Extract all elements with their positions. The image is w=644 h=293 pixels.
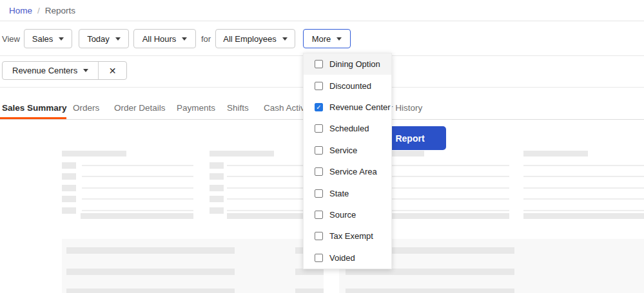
employees-filter-label: All Employees bbox=[223, 34, 276, 44]
checkbox-icon[interactable] bbox=[315, 211, 323, 219]
chevron-down-icon bbox=[59, 37, 64, 41]
menu-item-label: Source bbox=[329, 210, 356, 220]
for-label: for bbox=[201, 22, 211, 56]
checkbox-icon[interactable] bbox=[315, 124, 323, 133]
more-filters-label: More bbox=[312, 34, 331, 44]
tab-shifts[interactable]: Shifts bbox=[227, 97, 249, 119]
skeleton-table-bar bbox=[346, 288, 514, 293]
revenue-centers-dropdown[interactable]: Revenue Centers bbox=[3, 62, 98, 79]
skeleton-label-box bbox=[62, 162, 76, 169]
skeleton-table-bar bbox=[66, 288, 235, 293]
checkbox-icon[interactable] bbox=[315, 60, 323, 68]
skeleton-row-line bbox=[523, 176, 644, 177]
skeleton-header-bar bbox=[62, 151, 126, 156]
chevron-down-icon bbox=[282, 37, 288, 41]
menu-item-service[interactable]: Service bbox=[304, 140, 391, 161]
menu-item-label: Tax Exempt bbox=[329, 231, 373, 241]
skeleton-row-line bbox=[82, 210, 193, 211]
checkbox-icon[interactable] bbox=[315, 232, 323, 240]
skeleton-label-box bbox=[210, 185, 224, 191]
more-filters-menu: Dining OptionDiscounted✓Revenue CenterSc… bbox=[303, 53, 392, 269]
date-filter-label: Today bbox=[87, 34, 110, 44]
reports-page: Home / Reports View Sales Today All Hour… bbox=[0, 0, 644, 293]
menu-item-state[interactable]: State bbox=[304, 182, 391, 203]
checkbox-icon[interactable] bbox=[315, 167, 323, 176]
menu-item-discounted[interactable]: Discounted bbox=[304, 75, 391, 96]
checkbox-checked-icon[interactable]: ✓ bbox=[315, 103, 323, 111]
menu-item-label: Revenue Center bbox=[329, 102, 391, 112]
checkbox-icon[interactable] bbox=[315, 254, 323, 262]
skeleton-table-bar bbox=[295, 288, 324, 293]
chevron-down-icon bbox=[115, 37, 121, 41]
menu-item-tax-exempt[interactable]: Tax Exempt bbox=[304, 225, 391, 247]
close-icon: ✕ bbox=[109, 66, 117, 76]
sales-filter-label: Sales bbox=[32, 34, 54, 44]
revenue-centers-filter-chip: Revenue Centers ✕ bbox=[2, 61, 127, 80]
skeleton-label-box bbox=[210, 207, 224, 214]
skeleton-total-bar bbox=[523, 213, 644, 219]
more-filters-dropdown[interactable]: More bbox=[303, 29, 351, 48]
menu-item-dining-option[interactable]: Dining Option bbox=[304, 53, 391, 75]
checkbox-icon[interactable] bbox=[315, 189, 323, 198]
date-filter-dropdown[interactable]: Today bbox=[79, 29, 129, 48]
skeleton-row-line bbox=[82, 187, 193, 189]
breadcrumb-current: Reports bbox=[45, 6, 75, 15]
skeleton-row-line bbox=[523, 165, 644, 166]
menu-item-label: Service Area bbox=[329, 167, 377, 176]
breadcrumb-separator: / bbox=[37, 6, 40, 15]
menu-item-voided[interactable]: Voided bbox=[304, 247, 391, 269]
menu-item-revenue-center[interactable]: ✓Revenue Center bbox=[304, 97, 391, 118]
menu-item-scheduled[interactable]: Scheduled bbox=[304, 118, 391, 139]
hours-filter-label: All Hours bbox=[142, 34, 177, 44]
skeleton-row-line bbox=[377, 187, 509, 189]
breadcrumb-home-link[interactable]: Home bbox=[9, 6, 32, 15]
skeleton-label-box bbox=[62, 207, 76, 214]
skeleton-header-bar bbox=[210, 151, 274, 156]
menu-item-label: Voided bbox=[329, 253, 355, 263]
skeleton-label-box bbox=[210, 173, 224, 180]
skeleton-label-box bbox=[62, 185, 76, 191]
skeleton-row-line bbox=[523, 198, 644, 200]
chevron-down-icon bbox=[83, 69, 88, 72]
breadcrumb: Home / Reports bbox=[0, 0, 644, 21]
chevron-down-icon bbox=[182, 37, 187, 41]
skeleton-label-box bbox=[210, 162, 224, 169]
checkbox-icon[interactable] bbox=[315, 82, 323, 90]
skeleton-table-bar bbox=[295, 269, 324, 275]
skeleton-header-bar bbox=[523, 151, 588, 156]
skeleton-table-bar bbox=[346, 269, 514, 275]
skeleton-row-line bbox=[82, 198, 193, 200]
remove-filter-button[interactable]: ✕ bbox=[98, 62, 126, 79]
sales-filter-dropdown[interactable]: Sales bbox=[24, 29, 72, 48]
tab-order-details[interactable]: Order Details bbox=[114, 97, 166, 119]
menu-item-label: Dining Option bbox=[329, 59, 380, 69]
menu-item-label: Service bbox=[329, 146, 357, 155]
skeleton-total-bar bbox=[81, 213, 193, 219]
hours-filter-dropdown[interactable]: All Hours bbox=[133, 29, 196, 48]
skeleton-table-bar bbox=[66, 247, 235, 254]
menu-item-label: State bbox=[329, 189, 349, 198]
chevron-down-icon bbox=[337, 37, 342, 41]
skeleton-table-bar bbox=[66, 269, 235, 275]
skeleton-label-box bbox=[62, 196, 76, 202]
skeleton-label-box bbox=[62, 173, 76, 180]
skeleton-label-box bbox=[210, 196, 224, 202]
skeleton-total-bar bbox=[377, 213, 509, 219]
skeleton-row-line bbox=[82, 165, 193, 166]
checkbox-icon[interactable] bbox=[315, 146, 323, 155]
tab-sales-summary[interactable]: Sales Summary bbox=[2, 97, 67, 119]
menu-item-source[interactable]: Source bbox=[304, 204, 391, 225]
skeleton-row-line bbox=[377, 198, 509, 200]
menu-item-label: Scheduled bbox=[329, 124, 369, 133]
skeleton-row-line bbox=[377, 210, 509, 211]
revenue-centers-label: Revenue Centers bbox=[12, 66, 77, 75]
filter-bar: View Sales Today All Hours for All Emplo… bbox=[0, 22, 644, 56]
skeleton-row-line bbox=[377, 176, 509, 177]
employees-filter-dropdown[interactable]: All Employees bbox=[215, 29, 295, 48]
menu-item-service-area[interactable]: Service Area bbox=[304, 161, 391, 182]
skeleton-row-line bbox=[82, 176, 193, 177]
tab-payments[interactable]: Payments bbox=[177, 97, 215, 119]
skeleton-row-line bbox=[523, 187, 644, 189]
tab-orders[interactable]: Orders bbox=[73, 97, 99, 119]
menu-item-label: Discounted bbox=[329, 81, 371, 91]
